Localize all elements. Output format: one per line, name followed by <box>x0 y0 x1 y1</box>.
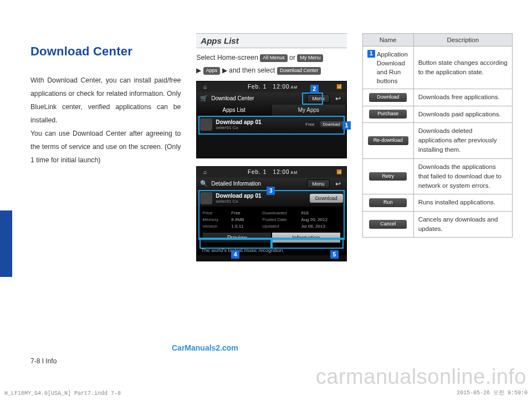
tab-my-apps: My Apps <box>272 105 346 116</box>
ss2-detail-tabs: Preview Information <box>202 232 340 243</box>
name-pill: Purchase <box>369 110 407 119</box>
app-icon <box>200 119 212 131</box>
ss1-app-name: Download app 01 <box>216 119 302 125</box>
desc-cell: Button state changes according to the ap… <box>413 47 512 89</box>
ss2-footer-text: The world's fastest music recognition. <box>197 245 346 255</box>
ss2-menu-button: Menu <box>307 179 330 188</box>
callout-1-badge: 1 <box>342 121 351 130</box>
tab-preview: Preview <box>202 232 272 243</box>
name-pill: Download <box>369 93 407 102</box>
callout-5-badge: 5 <box>330 250 339 259</box>
detail-row: Memory8.9MBPosted DateAug 20, 2012 <box>202 217 340 223</box>
watermark-carmanualsonline: carmanualsonline.info <box>316 365 526 389</box>
ss1-app-status: Free <box>305 122 314 127</box>
desc-cell: Downloads free applications. <box>413 89 512 106</box>
instr-mid: ▶ and then select <box>220 66 277 74</box>
back-icon: ↩ <box>333 95 343 102</box>
name-pill: Retry <box>369 172 407 181</box>
th-name: Name <box>362 34 413 47</box>
ss1-app-row: Download app 01 seller01 Co Free Downloa… <box>197 116 346 133</box>
ss2-detail-body: PriceFreeDownloaded918Memory8.9MBPosted … <box>197 207 346 245</box>
detail-value: Aug 20, 2012 <box>301 217 328 223</box>
detail-value: 1.0.11 <box>231 223 258 230</box>
ss2-statusbar: ⌂ Feb. 1 12:00AM 📶 <box>197 167 346 178</box>
callout-3-badge: 3 <box>267 187 275 195</box>
detail-row: Version1.0.11UpdatedJul 08, 2013 <box>202 223 340 230</box>
name-cell: Run <box>362 194 413 211</box>
ss1-statusbar: ⌂ Feb. 1 12:00AM 📶 <box>197 81 346 92</box>
desc-cell: Cancels any downloads and updates. <box>413 211 512 238</box>
page-number: 7-8 I Info <box>30 357 57 365</box>
signal-icon: 📶 <box>336 84 342 89</box>
ss2-app-name: Download app 01 <box>216 193 306 199</box>
tab-apps-list: Apps List <box>197 105 272 116</box>
ss2-ampm: AM <box>291 171 298 174</box>
instr-or: or <box>288 54 298 61</box>
ss2-app-seller: seller01 Co <box>216 199 306 204</box>
table-row: DownloadDownloads free applications. <box>362 89 512 106</box>
column-1: Download Center With Download Center, yo… <box>30 33 181 269</box>
description-table: Name Description 1Application Download a… <box>362 33 513 238</box>
magnifier-icon: 🔍 <box>200 180 208 187</box>
column-3: Name Description 1Application Download a… <box>362 33 513 269</box>
footer-file-info: H_LF16MY_G4.0[USA_N] Part7.indd 7-8 <box>4 390 121 397</box>
detail-value: 918 <box>301 210 308 217</box>
num-badge: 1 <box>367 50 375 58</box>
table-row: 1Application Download and Run buttonsBut… <box>362 47 512 89</box>
ss1-menu-button: Menu <box>307 94 330 103</box>
name-cell: Retry <box>362 158 413 194</box>
section-heading-apps-list: Apps List <box>196 33 346 48</box>
name-pill: Cancel <box>369 220 407 229</box>
instr-arrow: ▶ <box>196 66 203 74</box>
app-meta: Download app 01 seller01 Co <box>216 119 302 130</box>
ss2-time: 12:00 <box>273 169 290 175</box>
detail-label: Downloaded <box>262 210 296 217</box>
name-cell: Cancel <box>362 211 413 238</box>
callout-2-badge: 2 <box>310 85 319 93</box>
table-row: Re-downloadDownloads deleted application… <box>362 122 512 158</box>
name-cell: Download <box>362 89 413 106</box>
detail-value: Jul 08, 2013 <box>301 223 325 230</box>
name-cell: Re-download <box>362 122 413 158</box>
ss1-tabs: Apps List My Apps <box>197 105 346 116</box>
name-cell: 1Application Download and Run buttons <box>362 47 413 89</box>
instruction-line: Select Home-screen All Menus or My Menu … <box>196 52 346 78</box>
desc-cell: Downloads the applications that failed t… <box>413 158 512 194</box>
home-icon: ⌂ <box>201 169 209 175</box>
ss2-date: Feb. 1 <box>248 169 267 175</box>
page-title: Download Center <box>30 44 181 59</box>
chip-download-center: Download Center <box>277 67 321 75</box>
detail-label: Memory <box>202 217 227 223</box>
column-2: Apps List Select Home-screen All Menus o… <box>196 33 346 269</box>
table-row: RunRuns installed applications. <box>362 194 512 211</box>
detail-label: Updated <box>262 223 296 230</box>
home-icon: ⌂ <box>201 84 209 90</box>
detail-row: PriceFreeDownloaded918 <box>202 210 340 217</box>
detail-value: Free <box>231 210 258 217</box>
page-side-tab <box>0 0 12 401</box>
ss1-date-time: Feb. 1 12:00AM <box>248 84 298 90</box>
ss1-time: 12:00 <box>273 84 290 90</box>
side-tab-block <box>0 210 12 277</box>
desc-cell: Runs installed applications. <box>413 194 512 211</box>
signal-icon: 📶 <box>336 169 342 174</box>
screenshot-detailed-info: ⌂ Feb. 1 12:00AM 📶 🔍 Detailed Informatio… <box>196 166 346 261</box>
ss2-download-button: Download <box>310 194 343 203</box>
ss2-date-time: Feb. 1 12:00AM <box>248 169 298 175</box>
desc-cell: Downloads paid applications. <box>413 106 512 122</box>
name-pill: Run <box>369 198 407 207</box>
app-meta: Download app 01 seller01 Co <box>216 193 306 204</box>
detail-label: Price <box>202 210 227 217</box>
chip-my-menu: My Menu <box>297 54 323 62</box>
name-pill: Re-download <box>368 136 408 145</box>
chip-apps: Apps <box>203 67 221 75</box>
table-row: CancelCancels any downloads and updates. <box>362 211 512 238</box>
detail-value: 8.9MB <box>231 217 258 223</box>
detail-label: Version <box>202 223 227 230</box>
back-icon: ↩ <box>333 180 343 188</box>
ss1-titlebar: 🛒 Download Center Menu ↩ <box>197 92 346 105</box>
app-icon <box>200 192 212 204</box>
watermark-carmanuals2: CarManuals2.com <box>172 343 238 352</box>
screenshot-apps-list: ⌂ Feb. 1 12:00AM 📶 🛒 Download Center Men… <box>196 81 346 158</box>
footer-timestamp: 2015-05-26 오전 9:59:0 <box>457 389 528 397</box>
